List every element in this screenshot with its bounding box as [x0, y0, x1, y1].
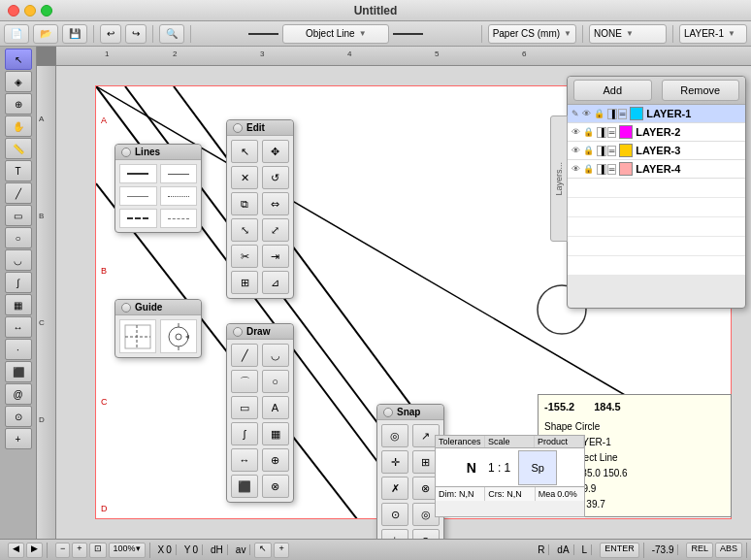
array-btn[interactable]: ⊞ [231, 271, 258, 294]
line-style-1[interactable] [119, 164, 157, 183]
maximize-button[interactable] [41, 5, 52, 16]
layer-row-3[interactable]: 👁 🔒 ▐ ═ LAYER-3 [568, 142, 745, 160]
snap-title: Snap [397, 407, 420, 417]
snap-on-btn[interactable]: ◎ [381, 424, 408, 447]
move-btn[interactable]: ✥ [262, 140, 289, 163]
guide-panel-header: Guide [115, 300, 201, 315]
none-dropdown[interactable]: NONE ▼ [589, 24, 667, 44]
paper-cs-dropdown[interactable]: Paper CS (mm) ▼ [488, 24, 576, 44]
page-ruler-d-left: D [101, 504, 108, 513]
ruler-label-c: C [39, 318, 45, 327]
close-button[interactable] [8, 5, 19, 16]
dimension-tool[interactable]: ↔ [5, 316, 32, 338]
minimize-button[interactable] [24, 5, 36, 16]
rel-btn[interactable]: REL [686, 543, 713, 558]
zoom-pct-btn[interactable]: 100%▾ [109, 543, 146, 558]
info-shape: Shape Circle [544, 419, 725, 435]
draw-dim-btn[interactable]: ↔ [231, 448, 258, 472]
draw-extra-btn[interactable]: ⊗ [262, 475, 289, 498]
rotate-btn[interactable]: ↺ [262, 166, 289, 189]
layer-row-2[interactable]: 👁 🔒 ▐ ═ LAYER-2 [568, 123, 745, 142]
redo-button[interactable]: ↪ [125, 24, 147, 44]
snap-mid-btn[interactable]: ⊙ [381, 503, 408, 526]
mirror-btn[interactable]: ⇔ [262, 192, 289, 215]
text-tool[interactable]: T [5, 160, 32, 181]
line-style-3[interactable] [119, 186, 157, 206]
next-page-btn[interactable]: ▶ [26, 543, 43, 558]
enter-btn[interactable]: ENTER [600, 543, 639, 558]
layer-dropdown[interactable]: LAYER-1 ▼ [679, 24, 747, 44]
node-tool[interactable]: ◈ [5, 71, 32, 92]
remove-layer-button[interactable]: Remove [662, 80, 740, 101]
draw-arc-btn[interactable]: ◡ [262, 344, 289, 367]
draw-rect-btn[interactable]: ▭ [231, 396, 258, 419]
layers-header: Add Remove [568, 77, 745, 105]
trim-btn[interactable]: ✂ [231, 245, 258, 268]
draw-text-btn[interactable]: A [262, 396, 289, 419]
draw-line-btn[interactable]: ╱ [231, 344, 258, 367]
spline-tool[interactable]: ∫ [5, 272, 32, 293]
draw-pt-btn[interactable]: ⊕ [262, 448, 289, 472]
insert-tool[interactable]: ⬛ [5, 361, 32, 382]
snap-tan-btn[interactable]: ⊘ [412, 529, 440, 539]
zoom-fit-btn[interactable]: ⊡ [89, 543, 107, 558]
extend-btn[interactable]: ⇥ [262, 245, 289, 268]
line-style-dropdown[interactable]: Object Line ▼ [282, 24, 389, 44]
snap-center-btn[interactable]: ✛ [381, 450, 408, 474]
extra-tool[interactable]: + [5, 428, 32, 449]
n-value: N [463, 456, 480, 479]
add-layer-button[interactable]: Add [573, 80, 652, 101]
line-style-5[interactable] [119, 209, 157, 228]
zoom-button[interactable]: 🔍 [159, 24, 184, 44]
rect-draw-tool[interactable]: ▭ [5, 205, 32, 226]
open-button[interactable]: 📂 [33, 24, 58, 44]
circle-draw-tool[interactable]: ○ [5, 227, 32, 248]
line-style-2[interactable] [160, 164, 198, 183]
guide-title: Guide [135, 302, 162, 313]
draw-hatch-btn[interactable]: ▦ [262, 422, 289, 445]
pan-tool[interactable]: ✋ [5, 115, 32, 137]
drawing-canvas[interactable]: A B C D A B C D Lines [56, 66, 751, 539]
cursor-tool-btn[interactable]: ↖ [254, 543, 272, 558]
draw-circle-btn[interactable]: ○ [262, 370, 289, 393]
dh-label: dH [211, 544, 223, 555]
stretch-btn[interactable]: ⤢ [262, 218, 289, 242]
prev-page-btn[interactable]: ◀ [8, 543, 24, 558]
delete-btn[interactable]: ✕ [231, 166, 258, 189]
draw-bezier-btn[interactable]: ⌒ [231, 370, 258, 393]
mea-value: 0.0% [557, 489, 577, 499]
new-button[interactable]: 📄 [4, 24, 29, 44]
snap-perp-btn[interactable]: ⊥ [381, 529, 408, 539]
line-tool[interactable]: ╱ [5, 182, 32, 204]
abs-btn[interactable]: ABS [715, 543, 742, 558]
da-label: dA [557, 544, 569, 555]
arc-draw-tool[interactable]: ◡ [5, 249, 32, 271]
snap-toggle[interactable]: ⊙ [5, 406, 32, 427]
line-style-6[interactable] [160, 209, 198, 228]
zoom-in-btn[interactable]: + [72, 543, 86, 558]
attribute-tool[interactable]: @ [5, 383, 32, 405]
scale-btn[interactable]: ⤡ [231, 218, 258, 242]
guide-item-2[interactable] [160, 319, 197, 353]
zoom-out-btn[interactable]: − [55, 543, 70, 558]
copy-btn[interactable]: ⧉ [231, 192, 258, 215]
chamfer-btn[interactable]: ⊿ [262, 271, 289, 294]
select-edit-btn[interactable]: ↖ [231, 140, 258, 163]
snap-cross-btn[interactable]: ✗ [381, 477, 408, 500]
guide-item-1[interactable] [119, 319, 156, 353]
line-style-4[interactable] [160, 186, 198, 206]
select-tool[interactable]: ↖ [5, 49, 32, 70]
point-tool[interactable]: · [5, 339, 32, 360]
hatch-tool[interactable]: ▦ [5, 294, 32, 315]
draw-spline-btn[interactable]: ∫ [231, 422, 258, 445]
layer-dash-icon-3: ═ [607, 146, 617, 156]
save-button[interactable]: 💾 [62, 24, 87, 44]
zoom-tool[interactable]: ⊕ [5, 93, 32, 115]
draw-insert-btn[interactable]: ⬛ [231, 475, 258, 498]
add-btn[interactable]: + [274, 543, 288, 558]
canvas-area[interactable]: 1 2 3 4 5 6 A B C D [37, 47, 751, 539]
measure-tool[interactable]: 📏 [5, 138, 32, 159]
layer-row-4[interactable]: 👁 🔒 ▐ ═ LAYER-4 [568, 160, 745, 179]
undo-button[interactable]: ↩ [100, 24, 121, 44]
layer-row-1[interactable]: ✎ 👁 🔒 ▐ ═ LAYER-1 [568, 105, 745, 123]
